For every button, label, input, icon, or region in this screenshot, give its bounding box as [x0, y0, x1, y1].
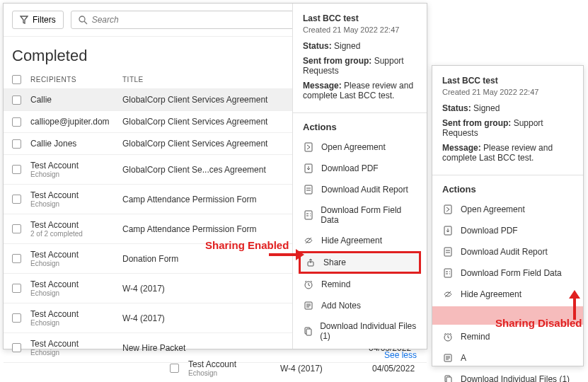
svg-rect-20 [446, 377, 451, 382]
action-download-audit[interactable]: Download Audit Report [293, 179, 427, 200]
row-checkbox[interactable] [12, 165, 21, 174]
svg-rect-12 [444, 205, 451, 214]
context-header: Last BCC test Created 21 May 2022 22:47 … [432, 66, 583, 175]
svg-rect-11 [306, 329, 311, 335]
filters-label: Filters [33, 15, 56, 25]
agreement-title: Last BCC test [442, 76, 573, 86]
action-remind[interactable]: Remind [293, 274, 427, 295]
svg-rect-14 [444, 248, 451, 256]
action-open[interactable]: Open Agreement [293, 137, 427, 158]
row-checkbox[interactable] [12, 343, 21, 352]
row-checkbox[interactable] [12, 284, 21, 293]
notes-icon [442, 352, 454, 364]
arrow-right-icon [269, 246, 304, 263]
row-checkbox[interactable] [12, 224, 21, 233]
download-pdf-icon [442, 225, 454, 236]
action-open[interactable]: Open Agreement [432, 199, 583, 220]
svg-point-0 [79, 16, 85, 22]
audit-report-icon [303, 184, 314, 195]
row-checkbox[interactable] [12, 117, 21, 127]
action-download-pdf[interactable]: Download PDF [432, 220, 583, 241]
action-download-files[interactable]: Download Individual Files (1) [293, 316, 427, 346]
row-checkbox[interactable] [12, 96, 21, 105]
hide-icon [303, 235, 314, 246]
download-pdf-icon [303, 163, 314, 174]
created-date: Created 21 May 2022 22:47 [303, 25, 417, 34]
action-add-notes[interactable]: A [432, 347, 583, 369]
row-checkbox[interactable] [12, 313, 21, 323]
arrow-up-icon [566, 290, 583, 320]
form-data-icon [303, 209, 313, 221]
remind-icon [442, 331, 454, 342]
svg-rect-2 [305, 143, 312, 151]
svg-marker-24 [569, 290, 580, 299]
search-icon [79, 16, 88, 25]
action-download-pdf[interactable]: Download PDF [293, 158, 427, 179]
action-download-form-data[interactable]: Download Form Field Data [293, 200, 427, 230]
remind-icon [303, 279, 314, 290]
open-agreement-icon [442, 204, 454, 215]
row-checkbox[interactable] [12, 195, 21, 204]
files-icon [442, 374, 454, 382]
action-remind[interactable]: Remind [432, 326, 583, 347]
actions-heading: Actions [293, 113, 427, 137]
main-panel: Filters i Completed RECIPIENTS TITLE MOD… [3, 3, 427, 349]
action-download-files[interactable]: Download Individual Files (1) [432, 369, 583, 382]
svg-line-1 [84, 21, 87, 24]
row-checkbox[interactable] [170, 364, 179, 373]
col-recipients[interactable]: RECIPIENTS [30, 76, 122, 83]
share-icon [305, 257, 316, 268]
action-download-form-data[interactable]: Download Form Field Data [432, 262, 583, 284]
svg-marker-22 [296, 249, 304, 260]
select-all-checkbox[interactable] [12, 75, 21, 84]
open-agreement-icon [303, 141, 314, 153]
form-data-icon [442, 267, 454, 279]
row-checkbox[interactable] [12, 139, 21, 149]
svg-rect-5 [305, 211, 312, 219]
agreement-title: Last BCC test [303, 13, 417, 23]
notes-icon [303, 300, 314, 311]
context-header: Last BCC test Created 21 May 2022 22:47 … [293, 4, 427, 113]
context-panel-enabled: Last BCC test Created 21 May 2022 22:47 … [292, 4, 427, 349]
created-date: Created 21 May 2022 22:47 [442, 88, 573, 96]
svg-rect-15 [444, 269, 451, 277]
table-row[interactable]: Test AccountEchosign W-4 (2017) 04/05/20… [161, 354, 430, 382]
action-add-notes[interactable]: Add Notes [293, 295, 427, 316]
action-hide[interactable]: Hide Agreement [432, 284, 583, 305]
audit-report-icon [442, 246, 454, 257]
svg-rect-4 [305, 185, 312, 194]
action-download-audit[interactable]: Download Audit Report [432, 241, 583, 262]
row-checkbox[interactable] [12, 254, 21, 263]
files-icon [303, 325, 313, 337]
funnel-icon [20, 16, 28, 24]
action-hide[interactable]: Hide Agreement [293, 230, 427, 251]
hide-icon [442, 289, 454, 300]
filters-button[interactable]: Filters [12, 11, 64, 29]
actions-heading: Actions [432, 175, 583, 199]
action-share[interactable]: Share [299, 251, 421, 274]
